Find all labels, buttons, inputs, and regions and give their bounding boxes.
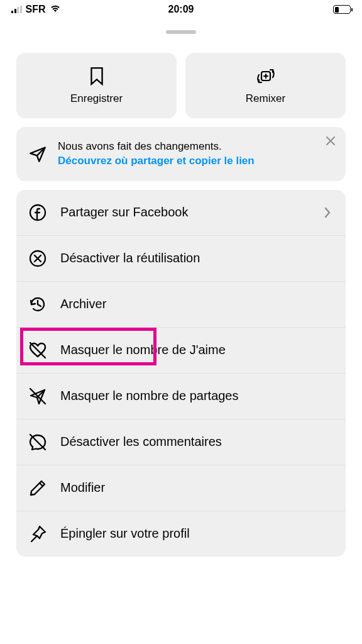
menu-edit[interactable]: Modifier [16, 465, 346, 511]
status-right [333, 5, 351, 14]
pin-icon [28, 524, 48, 544]
menu-disable-reuse[interactable]: Désactiver la réutilisation [16, 236, 346, 282]
send-off-icon [28, 386, 48, 406]
menu-archive[interactable]: Archiver [16, 282, 346, 328]
menu-label: Désactiver les commentaires [60, 435, 334, 449]
menu-label: Masquer le nombre de partages [60, 389, 334, 403]
sheet-grabber[interactable] [166, 30, 196, 34]
battery-icon [333, 5, 351, 14]
notice-link[interactable]: Découvrez où partager et copier le lien [58, 155, 255, 167]
comment-off-icon [28, 432, 48, 452]
changes-notice: Nous avons fait des changements. Découvr… [16, 127, 346, 181]
pencil-icon [28, 478, 48, 498]
save-label: Enregistrer [70, 92, 123, 105]
menu-label: Épingler sur votre profil [60, 526, 334, 541]
remix-label: Remixer [246, 92, 285, 105]
send-icon [29, 145, 47, 163]
notice-text: Nous avons fait des changements. Découvr… [58, 140, 255, 169]
menu-disable-comments[interactable]: Désactiver les commentaires [16, 419, 346, 465]
top-actions: Enregistrer Remixer [16, 53, 346, 118]
chevron-right-icon [324, 206, 334, 219]
menu-label: Modifier [60, 480, 334, 495]
menu-label: Désactiver la réutilisation [60, 251, 334, 265]
status-bar: SFR 20:09 [0, 0, 362, 19]
menu-label: Masquer le nombre de J'aime [60, 343, 334, 357]
carrier-label: SFR [26, 4, 46, 15]
menu-label: Archiver [60, 297, 334, 311]
action-sheet: Enregistrer Remixer Nous avons [0, 23, 362, 557]
clock: 20:09 [168, 4, 194, 15]
notice-line1: Nous avons fait des changements. [58, 140, 222, 152]
remix-icon [256, 66, 276, 86]
menu-label: Partager sur Facebook [60, 205, 312, 219]
save-button[interactable]: Enregistrer [16, 53, 177, 118]
menu-list: Partager sur Facebook Désactiver la réut… [16, 190, 346, 557]
svg-line-15 [40, 483, 43, 486]
history-icon [28, 294, 48, 314]
cellular-signal-icon [11, 6, 22, 13]
bookmark-icon [87, 66, 107, 86]
remix-button[interactable]: Remixer [185, 53, 346, 118]
menu-pin-profile[interactable]: Épingler sur votre profil [16, 511, 346, 557]
facebook-icon [28, 203, 48, 223]
menu-hide-likes[interactable]: Masquer le nombre de J'aime [16, 328, 346, 374]
close-icon[interactable] [324, 135, 337, 147]
svg-line-16 [31, 536, 37, 541]
circle-x-icon [28, 248, 48, 269]
heart-off-icon [28, 340, 48, 360]
menu-share-facebook[interactable]: Partager sur Facebook [16, 190, 346, 236]
menu-hide-shares[interactable]: Masquer le nombre de partages [16, 374, 346, 419]
status-left: SFR [11, 4, 61, 15]
wifi-icon [50, 4, 61, 15]
